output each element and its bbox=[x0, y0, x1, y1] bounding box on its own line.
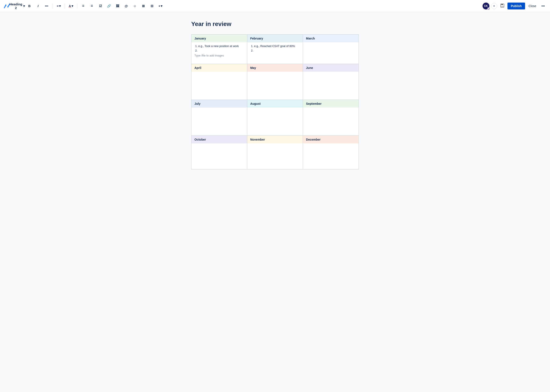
january-placeholder: Type /file to add images bbox=[194, 54, 244, 57]
table-row: July August September bbox=[192, 100, 359, 136]
avatar[interactable]: CK bbox=[483, 3, 489, 9]
svg-rect-3 bbox=[501, 6, 504, 7]
divider-2 bbox=[53, 3, 53, 9]
avatar-badge bbox=[487, 7, 490, 10]
divider-3 bbox=[65, 3, 65, 9]
list-item: e.g., Took a new position at work bbox=[198, 44, 244, 48]
december-cell: December bbox=[303, 136, 359, 169]
unordered-list-button[interactable]: ≡ bbox=[80, 3, 87, 9]
february-content[interactable]: e.g., Reached CSAT goal of 80% bbox=[247, 42, 303, 64]
publish-button[interactable]: Publish bbox=[507, 3, 525, 9]
task-button[interactable]: ☑ bbox=[97, 3, 104, 9]
october-cell: October bbox=[192, 136, 247, 169]
italic-button[interactable]: I bbox=[35, 3, 42, 9]
august-cell: August bbox=[247, 100, 303, 136]
july-header: July bbox=[192, 100, 247, 108]
november-cell: November bbox=[247, 136, 303, 169]
october-content[interactable] bbox=[192, 143, 247, 169]
toolbar: Heading 2 ▾ B I ••• ≡ ▾ A ▾ ≡ ≡ ☑ 🔗 🖼 @ bbox=[0, 0, 550, 12]
july-content[interactable] bbox=[192, 108, 247, 135]
table-button[interactable]: ⊞ bbox=[140, 3, 147, 9]
list-item bbox=[198, 49, 244, 52]
main-content: Year in review January e.g., Took a new … bbox=[178, 12, 372, 178]
november-header: November bbox=[247, 136, 303, 143]
insert-more-button[interactable]: + ▾ bbox=[157, 3, 164, 9]
april-cell: April bbox=[192, 64, 247, 100]
august-content[interactable] bbox=[247, 108, 303, 135]
more-format-button[interactable]: ••• bbox=[43, 3, 50, 9]
june-content[interactable] bbox=[303, 72, 358, 100]
logo bbox=[3, 3, 10, 9]
september-content[interactable] bbox=[303, 108, 358, 135]
avatar-initials: CK bbox=[484, 5, 488, 7]
svg-rect-0 bbox=[488, 8, 489, 9]
june-header: June bbox=[303, 64, 358, 72]
save-button[interactable] bbox=[499, 3, 506, 9]
heading-selector[interactable]: Heading 2 ▾ bbox=[14, 3, 21, 9]
table-row: October November December bbox=[192, 136, 359, 169]
may-header: May bbox=[247, 64, 303, 72]
november-content[interactable] bbox=[247, 143, 303, 169]
march-header: March bbox=[303, 35, 358, 42]
february-cell: February e.g., Reached CSAT goal of 80% bbox=[247, 35, 303, 64]
mention-button[interactable]: @ bbox=[123, 3, 130, 9]
december-content[interactable] bbox=[303, 143, 358, 169]
divider-1 bbox=[23, 3, 23, 9]
close-button[interactable]: Close bbox=[527, 3, 538, 9]
october-header: October bbox=[192, 136, 247, 143]
text-color-button[interactable]: A ▾ bbox=[67, 3, 75, 9]
september-cell: September bbox=[303, 100, 359, 136]
bold-button[interactable]: B bbox=[26, 3, 33, 9]
page-title: Year in review bbox=[191, 21, 359, 28]
july-cell: July bbox=[192, 100, 247, 136]
may-content[interactable] bbox=[247, 72, 303, 100]
april-content[interactable] bbox=[192, 72, 247, 100]
december-header: December bbox=[303, 136, 358, 143]
ordered-list-button[interactable]: ≡ bbox=[88, 3, 95, 9]
february-header: February bbox=[247, 35, 303, 42]
align-button[interactable]: ≡ ▾ bbox=[55, 3, 62, 9]
layout-button[interactable]: ⊟ bbox=[149, 3, 156, 9]
image-button[interactable]: 🖼 bbox=[114, 3, 121, 9]
march-content[interactable] bbox=[303, 42, 358, 64]
june-cell: June bbox=[303, 64, 359, 100]
january-cell: January e.g., Took a new position at wor… bbox=[192, 35, 247, 64]
september-header: September bbox=[303, 100, 358, 108]
link-button[interactable]: 🔗 bbox=[106, 3, 113, 9]
january-content[interactable]: e.g., Took a new position at work Type /… bbox=[192, 42, 247, 64]
more-options-button[interactable]: ••• bbox=[540, 3, 547, 9]
heading-label: Heading 2 bbox=[9, 2, 22, 10]
table-row: April May June bbox=[192, 64, 359, 100]
calendar-table: January e.g., Took a new position at wor… bbox=[191, 34, 359, 169]
list-item: e.g., Reached CSAT goal of 80% bbox=[254, 44, 300, 48]
divider-4 bbox=[77, 3, 77, 9]
emoji-button[interactable]: ☺ bbox=[131, 3, 138, 9]
svg-rect-2 bbox=[501, 4, 503, 5]
table-row: January e.g., Took a new position at wor… bbox=[192, 35, 359, 64]
list-item bbox=[254, 49, 300, 52]
january-header: January bbox=[192, 35, 247, 42]
april-header: April bbox=[192, 64, 247, 72]
may-cell: May bbox=[247, 64, 303, 100]
add-collaborator-button[interactable]: + bbox=[491, 3, 497, 9]
march-cell: March bbox=[303, 35, 359, 64]
august-header: August bbox=[247, 100, 303, 108]
